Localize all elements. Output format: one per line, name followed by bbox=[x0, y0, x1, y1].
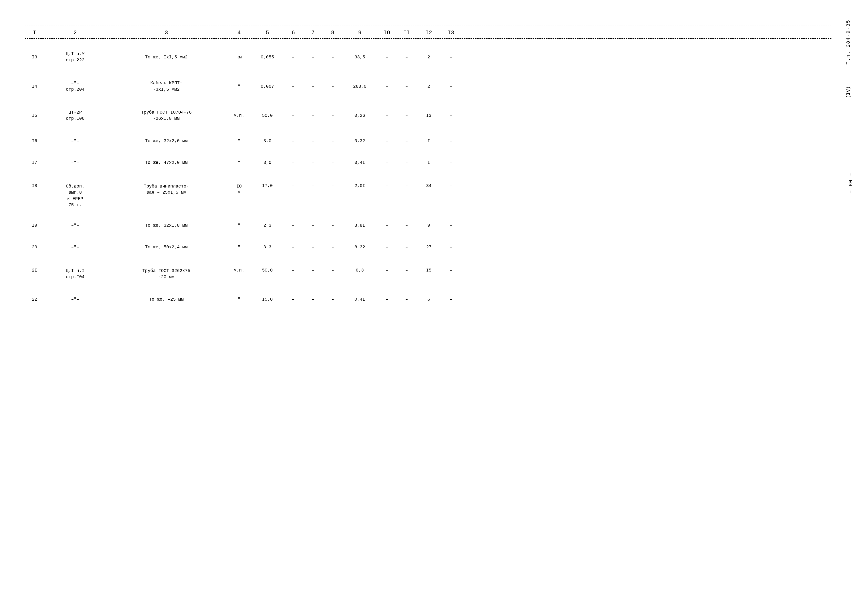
header-col-4: 4 bbox=[227, 30, 251, 36]
cell-row14-col6: – bbox=[283, 84, 303, 89]
header-col-2: 2 bbox=[44, 30, 104, 36]
cell-row22-col13: – bbox=[441, 297, 461, 302]
cell-row19-col12: 9 bbox=[416, 223, 441, 228]
side-label-1: Т.п. 284-9-35 bbox=[845, 20, 851, 64]
page: I 2 3 4 5 6 7 8 9 IO II I2 I3 I3 Ц.I ч.У… bbox=[0, 0, 861, 616]
cell-row20-col8: – bbox=[323, 245, 343, 250]
cell-row17-col6: – bbox=[283, 160, 303, 165]
cell-row16-col9: 0,32 bbox=[343, 138, 377, 143]
cell-row14-col7: – bbox=[303, 84, 323, 89]
cell-row22-col3: То же, –25 мм bbox=[104, 297, 227, 302]
cell-row19-col11: – bbox=[397, 223, 416, 228]
cell-row21-col6: – bbox=[283, 266, 303, 273]
cell-row21-col7: – bbox=[303, 266, 323, 273]
cell-row18-col7: – bbox=[303, 182, 323, 188]
cell-row13-col7: – bbox=[303, 55, 323, 60]
cell-row18-col9: 2,0I bbox=[343, 182, 377, 188]
cell-row20-col13: – bbox=[441, 245, 461, 250]
cell-row15-col8: – bbox=[323, 113, 343, 118]
cell-row20-col3: То же, 50х2,4 мм bbox=[104, 245, 227, 250]
cell-row13-col8: – bbox=[323, 55, 343, 60]
cell-row14-col2: –"– стр.204 bbox=[44, 80, 104, 93]
cell-row19-col8: – bbox=[323, 223, 343, 228]
header-col-1: I bbox=[25, 30, 44, 36]
cell-row16-col10: – bbox=[377, 138, 397, 143]
cell-row19-col6: – bbox=[283, 223, 303, 228]
header-col-9: 9 bbox=[343, 30, 377, 36]
header-col-10: IO bbox=[377, 30, 397, 36]
header-col-13: I3 bbox=[441, 30, 461, 36]
cell-row15-col5: 50,0 bbox=[251, 113, 283, 118]
cell-row17-col13: – bbox=[441, 160, 461, 165]
cell-row21-col9: 0,3 bbox=[343, 266, 377, 273]
cell-row19-col9: 3,8I bbox=[343, 223, 377, 228]
cell-row16-col3: То же, 32х2,0 мм bbox=[104, 138, 227, 143]
cell-row13-col13: – bbox=[441, 55, 461, 60]
table-row: 20 –"– То же, 50х2,4 мм " 3,3 – – – 8,32… bbox=[25, 235, 831, 256]
cell-row14-col8: – bbox=[323, 84, 343, 89]
cell-row15-col2: ЦТ-2Р стр.I06 bbox=[44, 109, 104, 122]
cell-row15-col12: I3 bbox=[416, 113, 441, 118]
cell-row17-col5: 3,0 bbox=[251, 160, 283, 165]
cell-row19-col10: – bbox=[377, 223, 397, 228]
cell-row16-col5: 3,0 bbox=[251, 138, 283, 143]
cell-row14-col9: 263,0 bbox=[343, 84, 377, 89]
cell-row21-col13: – bbox=[441, 266, 461, 273]
cell-row13-col11: – bbox=[397, 55, 416, 60]
cell-row19-col4: " bbox=[227, 223, 251, 228]
cell-row16-col7: – bbox=[303, 138, 323, 143]
cell-row20-col6: – bbox=[283, 245, 303, 250]
cell-row21-col2: Ц.I ч.I стр.I04 bbox=[44, 266, 104, 280]
table-row: I5 ЦТ-2Р стр.I06 Труба ГОСТ I0704-76 -26… bbox=[25, 99, 831, 129]
cell-row14-col11: – bbox=[397, 84, 416, 89]
cell-row21-col10: – bbox=[377, 266, 397, 273]
cell-row19-col7: – bbox=[303, 223, 323, 228]
cell-row18-col10: – bbox=[377, 182, 397, 188]
cell-row16-col1: I6 bbox=[25, 138, 44, 143]
cell-row16-col13: – bbox=[441, 138, 461, 143]
cell-row17-col10: – bbox=[377, 160, 397, 165]
cell-row18-col12: 34 bbox=[416, 182, 441, 188]
cell-row20-col5: 3,3 bbox=[251, 245, 283, 250]
cell-row17-col11: – bbox=[397, 160, 416, 165]
cell-row20-col10: – bbox=[377, 245, 397, 250]
cell-row15-col7: – bbox=[303, 113, 323, 118]
cell-row20-col1: 20 bbox=[25, 245, 44, 250]
cell-row16-col8: – bbox=[323, 138, 343, 143]
cell-row21-col11: – bbox=[397, 266, 416, 273]
cell-row13-col2: Ц.I ч.У стр.222 bbox=[44, 51, 104, 63]
cell-row20-col7: – bbox=[303, 245, 323, 250]
cell-row18-col3: Труба винипласто- вая – 25хI,5 мм bbox=[104, 182, 227, 196]
table-row: I4 –"– стр.204 Кабель КРПТ- -3хI,5 мм2 "… bbox=[25, 70, 831, 99]
cell-row19-col5: 2,3 bbox=[251, 223, 283, 228]
header-col-8: 8 bbox=[323, 30, 343, 36]
table-wrapper: I 2 3 4 5 6 7 8 9 IO II I2 I3 I3 Ц.I ч.У… bbox=[25, 25, 831, 309]
cell-row16-col2: –"– bbox=[44, 138, 104, 143]
side-label-3: – 80 – bbox=[848, 173, 854, 193]
cell-row22-col5: I5,0 bbox=[251, 297, 283, 302]
cell-row21-col8: – bbox=[323, 266, 343, 273]
cell-row21-col4: м.п. bbox=[227, 266, 251, 273]
cell-row15-col11: – bbox=[397, 113, 416, 118]
table-row: I3 Ц.I ч.У стр.222 То же, IxI,5 мм2 км 0… bbox=[25, 39, 831, 70]
table-row: 22 –"– То же, –25 мм " I5,0 – – – 0,4I –… bbox=[25, 287, 831, 309]
table-row: 2I Ц.I ч.I стр.I04 Труба ГОСТ 3262х75 -2… bbox=[25, 256, 831, 287]
cell-row18-col1: I8 bbox=[25, 182, 44, 188]
cell-row18-col6: – bbox=[283, 182, 303, 188]
cell-row18-col2: Сб.доп. вып.8 к ЕРЕР 75 г. bbox=[44, 182, 104, 208]
cell-row16-col4: " bbox=[227, 138, 251, 143]
table-header: I 2 3 4 5 6 7 8 9 IO II I2 I3 bbox=[25, 25, 831, 39]
cell-row13-col10: – bbox=[377, 55, 397, 60]
cell-row14-col13: – bbox=[441, 84, 461, 89]
cell-row22-col2: –"– bbox=[44, 297, 104, 302]
cell-row22-col4: " bbox=[227, 297, 251, 302]
table-row: I7 –"– То же, 47х2,0 мм " 3,0 – – – 0,4I… bbox=[25, 150, 831, 172]
header-col-11: II bbox=[397, 30, 416, 36]
header-col-3: 3 bbox=[104, 30, 227, 36]
cell-row18-col8: – bbox=[323, 182, 343, 188]
cell-row19-col3: То же, 32хI,8 мм bbox=[104, 223, 227, 228]
cell-row17-col4: " bbox=[227, 160, 251, 165]
cell-row17-col2: –"– bbox=[44, 160, 104, 165]
cell-row17-col7: – bbox=[303, 160, 323, 165]
cell-row19-col1: I9 bbox=[25, 223, 44, 228]
